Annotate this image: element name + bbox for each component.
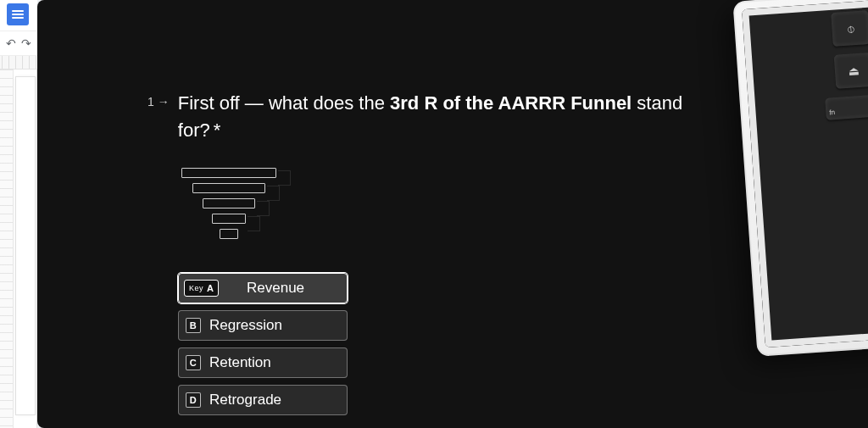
choice-option[interactable]: CRetention	[178, 347, 348, 378]
choice-label: Regression	[209, 317, 338, 334]
vertical-ruler	[0, 69, 14, 428]
choice-option[interactable]: DRetrograde	[178, 385, 348, 415]
background-toolbar: ↶ ↷	[0, 31, 37, 56]
key-hint-label: Key	[189, 284, 203, 292]
macbook-key-label: ⌽	[847, 21, 854, 36]
choice-option[interactable]: BRegression	[178, 310, 348, 341]
macbook-keys: ⌽⏏fn	[831, 10, 868, 120]
funnel-bar-3	[203, 198, 255, 208]
macbook-key: ⌽	[831, 10, 868, 47]
background-docs-strip: ↶ ↷	[0, 0, 37, 428]
undo-icon: ↶	[6, 37, 16, 49]
funnel-bar-5	[220, 229, 238, 239]
arrow-right-icon: →	[158, 95, 170, 108]
question-text-bold: 3rd R of the AARRR Funnel	[390, 92, 632, 114]
required-mark: *	[214, 120, 221, 141]
question-number: 1	[147, 95, 154, 108]
choice-label: Retrograde	[209, 392, 338, 409]
stage: ↶ ↷ ⌽⏏fn 1 → First off — what does the 3…	[0, 0, 868, 428]
key-hint-key: A	[207, 283, 214, 293]
typeform-surface: ⌽⏏fn 1 → First off — what does the 3rd R…	[37, 0, 868, 428]
funnel-bar-4	[212, 214, 246, 224]
key-hint-badge: KeyA	[184, 280, 219, 297]
choice-option[interactable]: AKeyARevenue	[178, 273, 348, 303]
question-text: First off — what does the 3rd R of the A…	[178, 90, 698, 144]
choice-key-box: C	[186, 355, 201, 370]
question-text-prefix: First off — what does the	[178, 92, 390, 114]
background-page	[15, 76, 36, 415]
question-index: 1 →	[147, 95, 170, 108]
question-block: 1 → First off — what does the 3rd R of t…	[147, 90, 698, 415]
macbook-key: ⏏	[834, 53, 868, 89]
docs-logo-icon	[7, 3, 29, 25]
horizontal-ruler	[0, 56, 37, 69]
choice-label: Retention	[209, 354, 338, 371]
funnel-illustration	[178, 168, 280, 239]
redo-icon: ↷	[21, 37, 31, 49]
macbook-key-label: fn	[829, 108, 835, 116]
choice-label: Revenue	[247, 280, 338, 297]
funnel-bar-2	[192, 183, 265, 193]
background-docs-header	[0, 0, 37, 31]
macbook-key: fn	[825, 95, 868, 120]
choice-list: AKeyARevenueBRegressionCRetentionDRetrog…	[178, 273, 348, 415]
funnel-bar-1	[181, 168, 276, 178]
macbook-key-label: ⏏	[848, 64, 860, 78]
choice-key-box: B	[186, 318, 201, 333]
choice-key-box: D	[186, 392, 201, 408]
